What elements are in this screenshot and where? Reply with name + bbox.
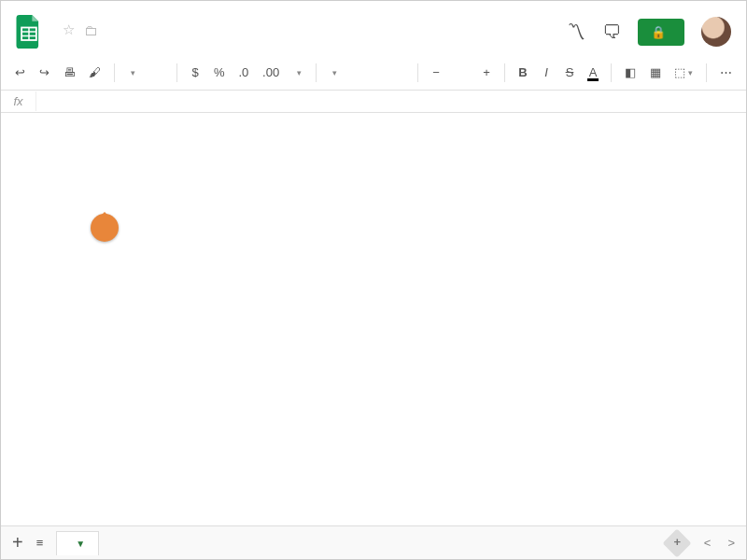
strike-button[interactable]: S — [560, 62, 579, 83]
borders-button[interactable]: ▦ — [645, 62, 666, 83]
formula-bar: fx — [1, 91, 746, 113]
scroll-left-icon[interactable]: < — [704, 536, 712, 550]
sheet-tab-bar: + ≡ ▼ < > — [1, 525, 746, 559]
percent-button[interactable]: % — [209, 62, 229, 83]
print-button[interactable]: 🖶 — [59, 62, 80, 83]
more-button[interactable]: ⋯ — [715, 62, 737, 83]
merge-button[interactable]: ⬚ — [670, 62, 698, 83]
sheets-logo[interactable] — [10, 13, 48, 50]
formula-input[interactable] — [36, 99, 51, 105]
add-sheet-button[interactable]: + — [12, 532, 23, 553]
scroll-right-icon[interactable]: > — [727, 536, 735, 550]
redo-button[interactable]: ↪ — [35, 62, 54, 83]
share-button[interactable]: 🔒 — [638, 19, 684, 46]
bold-button[interactable]: B — [514, 62, 532, 83]
sheet-menu-icon[interactable]: ▼ — [76, 539, 85, 549]
activity-icon[interactable]: 〽 — [567, 21, 585, 43]
fill-color-button[interactable]: ◧ — [620, 62, 641, 83]
callout-marker — [91, 214, 119, 242]
increase-decimal-button[interactable]: .00 — [258, 62, 284, 83]
undo-button[interactable]: ↩ — [10, 62, 30, 83]
explore-button[interactable] — [662, 528, 691, 557]
italic-button[interactable]: I — [537, 62, 556, 83]
paint-format-button[interactable]: 🖌 — [84, 62, 106, 83]
number-format-select[interactable] — [289, 64, 307, 81]
font-size-increase[interactable]: + — [477, 62, 496, 83]
currency-button[interactable]: $ — [186, 62, 204, 83]
fx-label: fx — [1, 91, 36, 111]
move-folder-icon[interactable]: 🗀 — [84, 22, 98, 38]
title-bar: ☆ 🗀 〽 🗨 🔒 — [1, 1, 746, 55]
avatar[interactable] — [701, 17, 731, 47]
lock-icon: 🔒 — [651, 25, 666, 39]
comments-icon[interactable]: 🗨 — [602, 21, 621, 43]
zoom-select[interactable] — [123, 64, 168, 81]
font-size-input[interactable] — [450, 69, 472, 77]
decrease-decimal-button[interactable]: .0 — [234, 62, 254, 83]
toolbar: ↩ ↪ 🖶 🖌 $ % .0 .00 − + B I S A ◧ ▦ ⬚ ⋯ — [1, 55, 746, 91]
sheet-tab[interactable]: ▼ — [56, 531, 99, 555]
text-color-button[interactable]: A — [584, 62, 602, 83]
font-size-decrease[interactable]: − — [427, 62, 445, 83]
font-select[interactable] — [325, 64, 409, 81]
star-icon[interactable]: ☆ — [63, 21, 75, 38]
all-sheets-button[interactable]: ≡ — [36, 536, 44, 550]
